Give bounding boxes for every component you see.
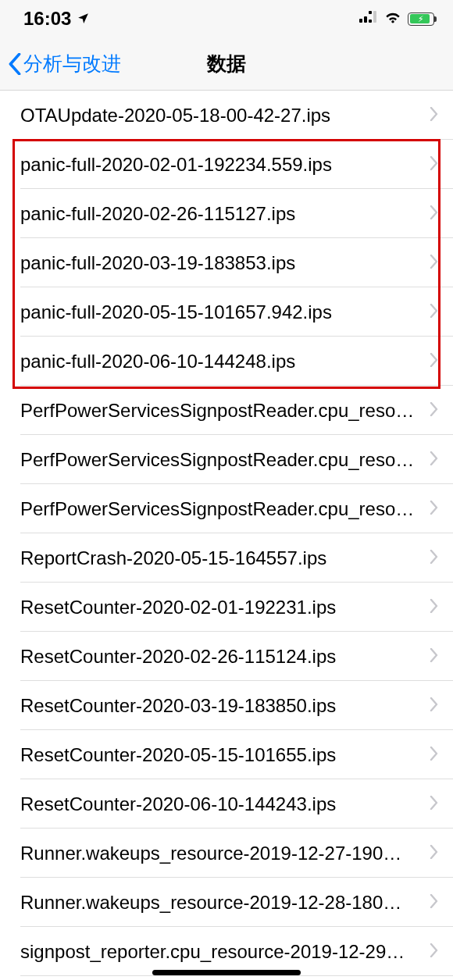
chevron-right-icon — [430, 943, 439, 960]
list-item[interactable]: ResetCounter-2020-03-19-183850.ips — [0, 681, 453, 730]
list-item-label: PerfPowerServicesSignpostReader.cpu_reso… — [20, 498, 430, 520]
chevron-right-icon — [430, 353, 439, 370]
list-item-label: PerfPowerServicesSignpostReader.cpu_reso… — [20, 449, 430, 471]
list-item[interactable]: ResetCounter-2020-05-15-101655.ips — [0, 730, 453, 779]
back-button[interactable]: 分析与改进 — [8, 51, 121, 77]
chevron-right-icon — [430, 796, 439, 813]
chevron-left-icon — [8, 53, 22, 75]
list-item[interactable]: panic-full-2020-05-15-101657.942.ips — [0, 287, 453, 337]
chevron-right-icon — [430, 894, 439, 911]
chevron-right-icon — [430, 747, 439, 764]
list-item[interactable]: signpost_reporter.cpu_resource-2019-12-2… — [0, 927, 453, 976]
list-item[interactable]: panic-full-2020-02-26-115127.ips — [0, 189, 453, 238]
list-item-label: ResetCounter-2020-03-19-183850.ips — [20, 695, 430, 717]
status-time: 16:03 — [23, 8, 71, 30]
list-item-label: ResetCounter-2020-02-01-192231.ips — [20, 597, 430, 618]
chevron-right-icon — [430, 845, 439, 862]
list-item[interactable]: ResetCounter-2020-02-01-192231.ips — [0, 583, 453, 632]
list-item[interactable]: OTAUpdate-2020-05-18-00-42-27.ips — [0, 91, 453, 140]
svg-rect-2 — [369, 11, 372, 14]
list-item-label: panic-full-2020-05-15-101657.942.ips — [20, 301, 430, 323]
chevron-right-icon — [430, 304, 439, 321]
list-item[interactable]: panic-full-2020-03-19-183853.ips — [0, 238, 453, 287]
battery-icon: ⚡︎ — [408, 12, 434, 26]
list-item-label: Runner.wakeups_resource-2019-12-27-190… — [20, 843, 430, 864]
svg-rect-1 — [364, 16, 367, 23]
chevron-right-icon — [430, 255, 439, 272]
list-item[interactable]: ResetCounter-2020-06-10-144243.ips — [0, 779, 453, 829]
nav-bar: 分析与改进 数据 — [0, 37, 453, 91]
chevron-right-icon — [430, 156, 439, 173]
wifi-icon — [384, 11, 401, 27]
list-item[interactable]: ReportCrash-2020-05-15-164557.ips — [0, 533, 453, 583]
svg-rect-4 — [373, 11, 376, 23]
list-item-label: signpost_reporter.cpu_resource-2019-12-2… — [20, 941, 430, 963]
cellular-icon — [359, 11, 378, 27]
chevron-right-icon — [430, 402, 439, 419]
list-item-label: ReportCrash-2020-05-15-164557.ips — [20, 547, 430, 569]
chevron-right-icon — [430, 451, 439, 469]
list-item-label: Runner.wakeups_resource-2019-12-28-180… — [20, 892, 430, 914]
list-item-label: PerfPowerServicesSignpostReader.cpu_reso… — [20, 400, 430, 422]
chevron-right-icon — [430, 107, 439, 124]
status-bar: 16:03 ⚡︎ — [0, 0, 453, 37]
file-list: OTAUpdate-2020-05-18-00-42-27.ipspanic-f… — [0, 91, 453, 976]
list-item-label: panic-full-2020-03-19-183853.ips — [20, 252, 430, 274]
status-left: 16:03 — [23, 8, 90, 30]
list-item[interactable]: PerfPowerServicesSignpostReader.cpu_reso… — [0, 484, 453, 533]
list-item[interactable]: Runner.wakeups_resource-2019-12-27-190… — [0, 829, 453, 878]
list-item-label: panic-full-2020-02-26-115127.ips — [20, 203, 430, 225]
list-item-label: ResetCounter-2020-05-15-101655.ips — [20, 744, 430, 766]
list-item[interactable]: Runner.wakeups_resource-2019-12-28-180… — [0, 878, 453, 927]
list-item[interactable]: ResetCounter-2020-02-26-115124.ips — [0, 632, 453, 681]
list-item[interactable]: PerfPowerServicesSignpostReader.cpu_reso… — [0, 435, 453, 484]
chevron-right-icon — [430, 550, 439, 567]
list-item[interactable]: panic-full-2020-02-01-192234.559.ips — [0, 140, 453, 189]
list-item-label: ResetCounter-2020-06-10-144243.ips — [20, 793, 430, 815]
chevron-right-icon — [430, 648, 439, 665]
status-right: ⚡︎ — [359, 11, 434, 27]
list-item[interactable]: panic-full-2020-06-10-144248.ips — [0, 337, 453, 386]
svg-rect-3 — [369, 20, 372, 23]
screen: 16:03 ⚡︎ — [0, 0, 453, 980]
svg-rect-0 — [359, 19, 362, 23]
list-item-label: panic-full-2020-06-10-144248.ips — [20, 351, 430, 372]
location-icon — [77, 8, 90, 30]
list-item[interactable]: PerfPowerServicesSignpostReader.cpu_reso… — [0, 386, 453, 435]
chevron-right-icon — [430, 599, 439, 616]
list-item-label: ResetCounter-2020-02-26-115124.ips — [20, 646, 430, 668]
list-item-label: OTAUpdate-2020-05-18-00-42-27.ips — [20, 105, 430, 127]
back-label: 分析与改进 — [23, 51, 121, 77]
list-item-label: panic-full-2020-02-01-192234.559.ips — [20, 154, 430, 176]
chevron-right-icon — [430, 501, 439, 518]
chevron-right-icon — [430, 205, 439, 223]
home-indicator[interactable] — [152, 970, 301, 975]
chevron-right-icon — [430, 697, 439, 715]
